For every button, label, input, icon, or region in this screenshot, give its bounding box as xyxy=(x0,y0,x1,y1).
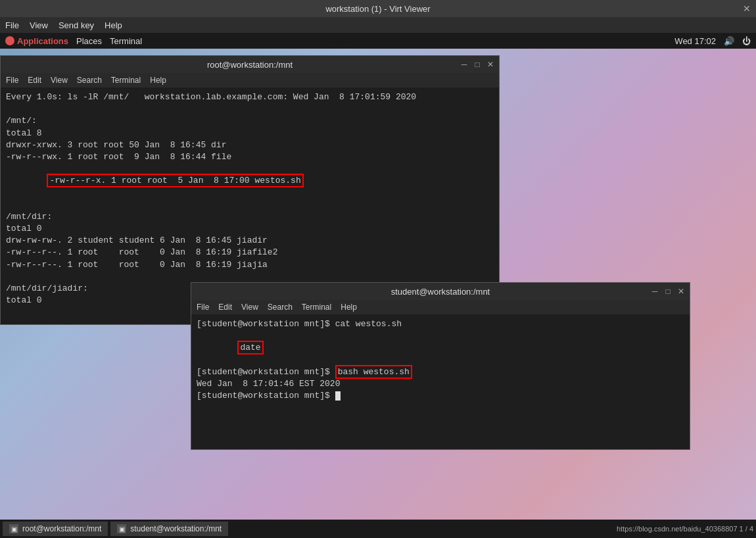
app-menubar: File View Send key Help xyxy=(0,17,756,33)
term1-line-10: drw-rw-rw-. 2 student student 6 Jan 8 16… xyxy=(6,235,494,247)
taskbar: ▣ root@workstation:/mnt ▣ student@workst… xyxy=(0,520,756,538)
term1-line-13 xyxy=(6,271,494,283)
term2-line-0: [student@workstation mnt]$ cat westos.sh xyxy=(197,318,684,330)
minimize-icon[interactable]: ─ xyxy=(460,60,469,69)
menu-help[interactable]: Help xyxy=(105,20,122,30)
t2-menu-help[interactable]: Help xyxy=(341,303,357,312)
terminal-2-title: student@workstation:/mnt xyxy=(391,287,490,297)
t2-menu-search[interactable]: Search xyxy=(268,303,293,312)
datetime-label: Wed 17:02 xyxy=(674,36,716,46)
close-icon[interactable]: ✕ xyxy=(743,3,751,14)
term2-line-2: [student@workstation mnt]$ bash westos.s… xyxy=(197,366,684,378)
gnome-logo-icon xyxy=(5,36,14,45)
topbar-left: Applications Places Terminal xyxy=(5,36,142,46)
applications-menu[interactable]: Applications xyxy=(5,36,68,46)
places-menu[interactable]: Places xyxy=(76,36,102,46)
menu-sendkey[interactable]: Send key xyxy=(59,20,94,30)
menu-view[interactable]: View xyxy=(30,20,48,30)
t2-minimize-icon[interactable]: ─ xyxy=(650,287,659,296)
t2-menu-file[interactable]: File xyxy=(197,303,209,312)
t1-menu-file[interactable]: File xyxy=(6,76,18,85)
term1-line-1 xyxy=(6,103,494,115)
t1-menu-terminal[interactable]: Terminal xyxy=(111,76,141,85)
term2-line-4: [student@workstation mnt]$ xyxy=(197,390,684,402)
taskbar-item-root[interactable]: ▣ root@workstation:/mnt xyxy=(3,522,108,536)
maximize-icon[interactable]: □ xyxy=(473,60,482,69)
t2-menu-terminal[interactable]: Terminal xyxy=(302,303,331,312)
virt-viewer-titlebar: workstation (1) - Virt Viewer ✕ xyxy=(0,0,756,17)
volume-icon[interactable]: 🔊 xyxy=(724,36,734,46)
t1-menu-help[interactable]: Help xyxy=(150,76,166,85)
t2-menu-view[interactable]: View xyxy=(241,303,258,312)
terminal-2-menubar: File Edit View Search Terminal Help xyxy=(191,300,690,314)
terminal-1-title: root@workstation:/mnt xyxy=(207,60,293,70)
terminal-2-content: [student@workstation mnt]$ cat westos.sh… xyxy=(191,314,690,449)
term1-line-8: /mnt/dir: xyxy=(6,211,494,223)
term1-line-0: Every 1.0s: ls -lR /mnt/ workstation.lab… xyxy=(6,91,494,103)
term1-line-12: -rw-r--r--. 1 root root 0 Jan 8 16:19 ji… xyxy=(6,259,494,271)
term1-line-3: total 8 xyxy=(6,128,494,139)
t1-menu-view[interactable]: View xyxy=(51,76,68,85)
terminal-window-2: student@workstation:/mnt ─ □ ✕ File Edit… xyxy=(191,282,690,450)
applications-label[interactable]: Applications xyxy=(17,36,68,46)
highlighted-bash: bash westos.sh xyxy=(335,365,412,379)
terminal-2-titlebar: student@workstation:/mnt ─ □ ✕ xyxy=(191,283,690,300)
highlighted-westos-line: -rw-r--r-x. 1 root root 5 Jan 8 17:00 we… xyxy=(47,174,303,187)
window-title: workstation (1) - Virt Viewer xyxy=(325,4,430,14)
term1-line-5: -rw-r--rwx. 1 root root 9 Jan 8 16:44 fi… xyxy=(6,151,494,163)
taskbar-term-icon-2: ▣ xyxy=(117,524,126,533)
desktop: root@workstation:/mnt ─ □ ✕ File Edit Vi… xyxy=(0,49,756,520)
term1-line-6: -rw-r--r-x. 1 root root 5 Jan 8 17:00 we… xyxy=(6,163,494,199)
terminal-2-buttons: ─ □ ✕ xyxy=(650,287,686,296)
taskbar-right-info: https://blog.csdn.net/baidu_40368807 1 /… xyxy=(617,525,753,533)
t1-menu-edit[interactable]: Edit xyxy=(28,76,41,85)
terminal-cursor xyxy=(335,391,341,401)
page-indicator: 1 / 4 xyxy=(740,525,753,533)
topbar-right: Wed 17:02 🔊 ⏻ xyxy=(674,36,751,46)
term1-line-11: -rw-r--r--. 1 root root 0 Jan 8 16:19 ji… xyxy=(6,247,494,258)
terminal-1-titlebar: root@workstation:/mnt ─ □ ✕ xyxy=(1,56,499,73)
t2-maximize-icon[interactable]: □ xyxy=(663,287,673,296)
terminal-menu[interactable]: Terminal xyxy=(110,36,142,46)
terminal-1-buttons: ─ □ ✕ xyxy=(460,60,495,69)
system-topbar: Applications Places Terminal Wed 17:02 🔊… xyxy=(0,33,756,49)
term1-line-4: drwxr-xrwx. 3 root root 50 Jan 8 16:45 d… xyxy=(6,139,494,151)
term2-line-3: Wed Jan 8 17:01:46 EST 2020 xyxy=(197,378,684,390)
taskbar-item-student[interactable]: ▣ student@workstation:/mnt xyxy=(110,522,228,536)
taskbar-label-1: root@workstation:/mnt xyxy=(22,524,101,533)
page-url: https://blog.csdn.net/baidu_40368807 xyxy=(617,525,737,533)
taskbar-term-icon-1: ▣ xyxy=(9,524,18,533)
taskbar-label-2: student@workstation:/mnt xyxy=(130,524,222,533)
power-icon[interactable]: ⏻ xyxy=(742,36,751,46)
terminal-1-menubar: File Edit View Search Terminal Help xyxy=(1,73,499,87)
term1-line-2: /mnt/: xyxy=(6,115,494,127)
term2-line-1: date xyxy=(197,330,684,366)
t1-menu-search[interactable]: Search xyxy=(77,76,102,85)
menu-file[interactable]: File xyxy=(5,20,19,30)
highlighted-date: date xyxy=(237,341,263,355)
term1-line-9: total 0 xyxy=(6,223,494,235)
close-icon[interactable]: ✕ xyxy=(486,60,495,69)
t2-menu-edit[interactable]: Edit xyxy=(218,303,232,312)
term1-line-7 xyxy=(6,199,494,211)
t2-close-icon[interactable]: ✕ xyxy=(676,287,686,296)
